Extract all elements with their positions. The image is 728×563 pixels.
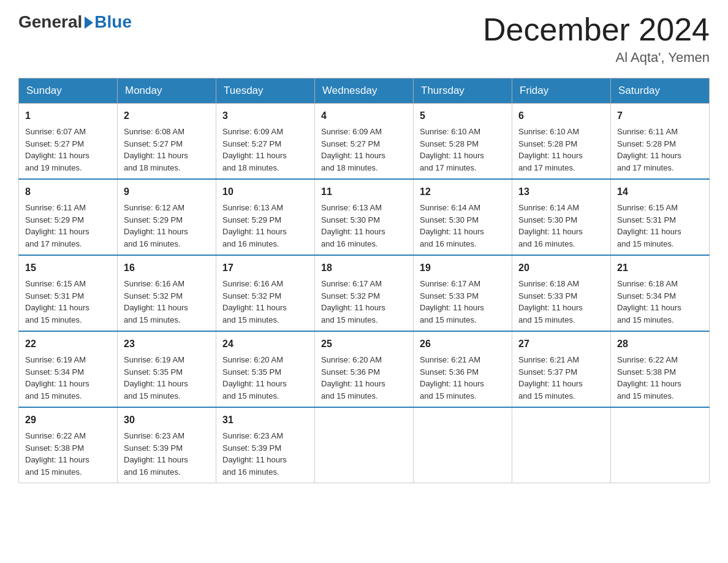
day-info: Sunrise: 6:17 AMSunset: 5:32 PMDaylight:… (321, 278, 407, 326)
day-number: 24 (222, 337, 308, 351)
day-cell: 4Sunrise: 6:09 AMSunset: 5:27 PMDaylight… (315, 104, 414, 180)
column-header-wednesday: Wednesday (315, 79, 414, 104)
day-cell (512, 407, 611, 483)
day-number: 17 (222, 261, 308, 275)
day-info: Sunrise: 6:23 AMSunset: 5:39 PMDaylight:… (222, 430, 308, 478)
day-number: 18 (321, 261, 407, 275)
day-number: 3 (222, 109, 308, 123)
day-number: 28 (617, 337, 703, 351)
day-number: 29 (25, 413, 111, 427)
day-info: Sunrise: 6:11 AMSunset: 5:28 PMDaylight:… (617, 126, 703, 174)
day-number: 15 (25, 261, 111, 275)
day-info: Sunrise: 6:22 AMSunset: 5:38 PMDaylight:… (617, 354, 703, 402)
day-info: Sunrise: 6:14 AMSunset: 5:30 PMDaylight:… (420, 202, 506, 250)
header-row: SundayMondayTuesdayWednesdayThursdayFrid… (19, 79, 710, 104)
day-number: 26 (420, 337, 506, 351)
day-number: 5 (420, 109, 506, 123)
column-header-sunday: Sunday (19, 79, 118, 104)
day-info: Sunrise: 6:13 AMSunset: 5:29 PMDaylight:… (222, 202, 308, 250)
day-number: 31 (222, 413, 308, 427)
week-row-3: 15Sunrise: 6:15 AMSunset: 5:31 PMDayligh… (19, 255, 710, 331)
day-cell: 21Sunrise: 6:18 AMSunset: 5:34 PMDayligh… (611, 255, 710, 331)
day-cell: 28Sunrise: 6:22 AMSunset: 5:38 PMDayligh… (611, 331, 710, 407)
column-header-tuesday: Tuesday (216, 79, 315, 104)
day-number: 13 (518, 185, 604, 199)
day-number: 6 (518, 109, 604, 123)
column-header-saturday: Saturday (611, 79, 710, 104)
day-cell: 12Sunrise: 6:14 AMSunset: 5:30 PMDayligh… (414, 179, 512, 255)
day-cell: 16Sunrise: 6:16 AMSunset: 5:32 PMDayligh… (118, 255, 216, 331)
day-info: Sunrise: 6:09 AMSunset: 5:27 PMDaylight:… (222, 126, 308, 174)
day-info: Sunrise: 6:18 AMSunset: 5:34 PMDaylight:… (617, 278, 703, 326)
day-cell: 31Sunrise: 6:23 AMSunset: 5:39 PMDayligh… (216, 407, 315, 483)
logo-arrow-icon (85, 17, 93, 29)
day-cell: 29Sunrise: 6:22 AMSunset: 5:38 PMDayligh… (19, 407, 118, 483)
day-number: 10 (222, 185, 308, 199)
week-row-5: 29Sunrise: 6:22 AMSunset: 5:38 PMDayligh… (19, 407, 710, 483)
day-cell: 26Sunrise: 6:21 AMSunset: 5:36 PMDayligh… (414, 331, 512, 407)
day-info: Sunrise: 6:14 AMSunset: 5:30 PMDaylight:… (518, 202, 604, 250)
day-cell: 6Sunrise: 6:10 AMSunset: 5:28 PMDaylight… (512, 104, 611, 180)
logo-blue-text: Blue (94, 12, 132, 32)
column-header-thursday: Thursday (414, 79, 512, 104)
day-info: Sunrise: 6:13 AMSunset: 5:30 PMDaylight:… (321, 202, 407, 250)
day-cell: 18Sunrise: 6:17 AMSunset: 5:32 PMDayligh… (315, 255, 414, 331)
day-info: Sunrise: 6:10 AMSunset: 5:28 PMDaylight:… (420, 126, 506, 174)
day-info: Sunrise: 6:21 AMSunset: 5:36 PMDaylight:… (420, 354, 506, 402)
day-info: Sunrise: 6:09 AMSunset: 5:27 PMDaylight:… (321, 126, 407, 174)
day-number: 16 (124, 261, 210, 275)
day-number: 1 (25, 109, 111, 123)
day-cell: 27Sunrise: 6:21 AMSunset: 5:37 PMDayligh… (512, 331, 611, 407)
day-info: Sunrise: 6:23 AMSunset: 5:39 PMDaylight:… (124, 430, 210, 478)
day-cell: 19Sunrise: 6:17 AMSunset: 5:33 PMDayligh… (414, 255, 512, 331)
day-cell: 22Sunrise: 6:19 AMSunset: 5:34 PMDayligh… (19, 331, 118, 407)
day-cell: 17Sunrise: 6:16 AMSunset: 5:32 PMDayligh… (216, 255, 315, 331)
calendar-table: SundayMondayTuesdayWednesdayThursdayFrid… (18, 78, 710, 483)
day-cell: 25Sunrise: 6:20 AMSunset: 5:36 PMDayligh… (315, 331, 414, 407)
column-header-monday: Monday (118, 79, 216, 104)
day-info: Sunrise: 6:07 AMSunset: 5:27 PMDaylight:… (25, 126, 111, 174)
day-info: Sunrise: 6:21 AMSunset: 5:37 PMDaylight:… (518, 354, 604, 402)
location-text: Al Aqta', Yemen (483, 50, 710, 66)
day-cell: 13Sunrise: 6:14 AMSunset: 5:30 PMDayligh… (512, 179, 611, 255)
day-info: Sunrise: 6:18 AMSunset: 5:33 PMDaylight:… (518, 278, 604, 326)
day-number: 20 (518, 261, 604, 275)
day-number: 19 (420, 261, 506, 275)
day-info: Sunrise: 6:15 AMSunset: 5:31 PMDaylight:… (25, 278, 111, 326)
day-cell: 3Sunrise: 6:09 AMSunset: 5:27 PMDaylight… (216, 104, 315, 180)
day-cell (315, 407, 414, 483)
day-cell: 5Sunrise: 6:10 AMSunset: 5:28 PMDaylight… (414, 104, 512, 180)
day-number: 8 (25, 185, 111, 199)
day-info: Sunrise: 6:12 AMSunset: 5:29 PMDaylight:… (124, 202, 210, 250)
day-number: 9 (124, 185, 210, 199)
day-number: 25 (321, 337, 407, 351)
day-cell: 14Sunrise: 6:15 AMSunset: 5:31 PMDayligh… (611, 179, 710, 255)
day-info: Sunrise: 6:08 AMSunset: 5:27 PMDaylight:… (124, 126, 210, 174)
day-cell: 9Sunrise: 6:12 AMSunset: 5:29 PMDaylight… (118, 179, 216, 255)
day-number: 14 (617, 185, 703, 199)
day-number: 22 (25, 337, 111, 351)
week-row-4: 22Sunrise: 6:19 AMSunset: 5:34 PMDayligh… (19, 331, 710, 407)
day-number: 21 (617, 261, 703, 275)
day-cell: 30Sunrise: 6:23 AMSunset: 5:39 PMDayligh… (118, 407, 216, 483)
day-info: Sunrise: 6:16 AMSunset: 5:32 PMDaylight:… (124, 278, 210, 326)
day-cell: 23Sunrise: 6:19 AMSunset: 5:35 PMDayligh… (118, 331, 216, 407)
day-cell: 2Sunrise: 6:08 AMSunset: 5:27 PMDaylight… (118, 104, 216, 180)
day-cell: 1Sunrise: 6:07 AMSunset: 5:27 PMDaylight… (19, 104, 118, 180)
day-info: Sunrise: 6:17 AMSunset: 5:33 PMDaylight:… (420, 278, 506, 326)
page-header: General Blue December 2024 Al Aqta', Yem… (18, 12, 710, 66)
day-info: Sunrise: 6:11 AMSunset: 5:29 PMDaylight:… (25, 202, 111, 250)
day-cell: 8Sunrise: 6:11 AMSunset: 5:29 PMDaylight… (19, 179, 118, 255)
day-number: 27 (518, 337, 604, 351)
day-info: Sunrise: 6:15 AMSunset: 5:31 PMDaylight:… (617, 202, 703, 250)
week-row-1: 1Sunrise: 6:07 AMSunset: 5:27 PMDaylight… (19, 104, 710, 180)
month-title: December 2024 (483, 12, 710, 47)
day-cell: 11Sunrise: 6:13 AMSunset: 5:30 PMDayligh… (315, 179, 414, 255)
day-info: Sunrise: 6:10 AMSunset: 5:28 PMDaylight:… (518, 126, 604, 174)
week-row-2: 8Sunrise: 6:11 AMSunset: 5:29 PMDaylight… (19, 179, 710, 255)
day-cell: 10Sunrise: 6:13 AMSunset: 5:29 PMDayligh… (216, 179, 315, 255)
day-number: 7 (617, 109, 703, 123)
day-number: 4 (321, 109, 407, 123)
day-number: 12 (420, 185, 506, 199)
day-info: Sunrise: 6:19 AMSunset: 5:35 PMDaylight:… (124, 354, 210, 402)
